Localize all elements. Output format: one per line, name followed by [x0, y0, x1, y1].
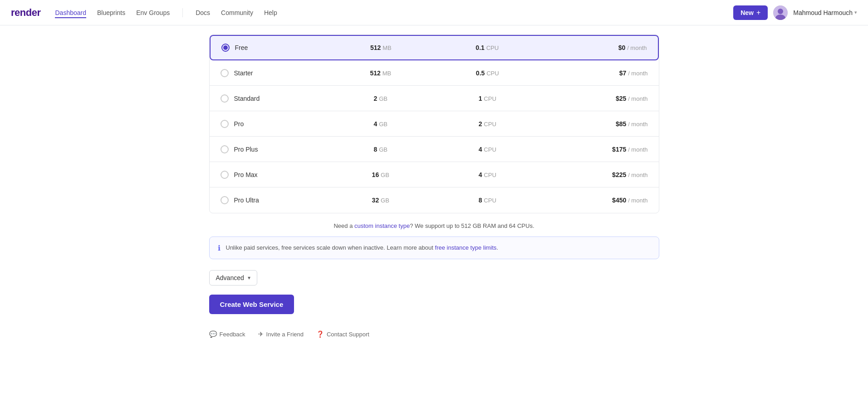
price-pro-max: $225 / month — [541, 171, 648, 178]
cpu-free: 0.1 CPU — [434, 44, 541, 51]
plan-name-free: Free — [221, 44, 328, 52]
plus-icon: + — [756, 9, 760, 17]
info-box: ℹ Unlike paid services, free services sc… — [209, 236, 659, 259]
info-icon: ℹ — [218, 244, 221, 252]
plan-name-starter: Starter — [221, 69, 328, 77]
new-button[interactable]: New + — [733, 5, 768, 20]
info-box-text: Unlike paid services, free services scal… — [226, 243, 498, 252]
plan-name-pro: Pro — [221, 120, 328, 128]
footer-links: 💬 Feedback ✈ Invite a Friend ❓ Contact S… — [209, 330, 659, 338]
plan-name-pro-plus: Pro Plus — [221, 145, 328, 153]
new-button-label: New — [740, 9, 754, 16]
plan-row-pro[interactable]: Pro 4 GB 2 CPU $85 / month — [210, 111, 659, 137]
nav-divider — [182, 8, 183, 17]
nav-env-groups[interactable]: Env Groups — [136, 7, 170, 18]
cpu-pro: 2 CPU — [434, 120, 541, 128]
feedback-icon: 💬 — [209, 330, 217, 338]
support-icon: ❓ — [316, 330, 324, 338]
memory-free: 512 MB — [328, 44, 434, 51]
plan-row-free[interactable]: Free 512 MB 0.1 CPU $0 / month — [210, 35, 659, 60]
support-label: Contact Support — [327, 331, 369, 338]
navbar-right: New + Mahmoud Harmouch ▾ — [733, 5, 857, 20]
radio-pro-ultra[interactable] — [221, 196, 229, 204]
radio-pro-max[interactable] — [221, 171, 229, 179]
price-pro-plus: $175 / month — [541, 146, 648, 153]
cpu-starter: 0.5 CPU — [434, 69, 541, 77]
price-free: $0 / month — [540, 44, 647, 51]
logo: render — [11, 7, 40, 19]
user-name[interactable]: Mahmoud Harmouch ▾ — [793, 9, 857, 16]
cpu-standard: 1 CPU — [434, 95, 541, 102]
free-instance-limits-link[interactable]: free instance type limits — [435, 244, 497, 251]
radio-pro-plus[interactable] — [221, 145, 229, 153]
feedback-link[interactable]: 💬 Feedback — [209, 330, 245, 338]
create-button-label: Create Web Service — [220, 300, 284, 308]
price-starter: $7 / month — [541, 69, 648, 77]
pricing-table: Free 512 MB 0.1 CPU $0 / month Starter 5 — [209, 34, 659, 213]
plan-name-pro-ultra: Pro Ultra — [221, 196, 328, 204]
nav-community[interactable]: Community — [221, 7, 253, 18]
advanced-button[interactable]: Advanced ▾ — [209, 270, 257, 286]
price-pro-ultra: $450 / month — [541, 197, 648, 204]
plan-row-standard[interactable]: Standard 2 GB 1 CPU $25 / month — [210, 86, 659, 111]
nav-dashboard[interactable]: Dashboard — [55, 7, 86, 18]
main-content: Free 512 MB 0.1 CPU $0 / month Starter 5 — [198, 25, 670, 365]
plan-row-pro-plus[interactable]: Pro Plus 8 GB 4 CPU $175 / month — [210, 137, 659, 162]
memory-pro: 4 GB — [327, 120, 434, 128]
chevron-down-icon: ▾ — [854, 10, 857, 15]
nav-help[interactable]: Help — [264, 7, 277, 18]
nav-blueprints[interactable]: Blueprints — [97, 7, 125, 18]
plan-name-pro-max: Pro Max — [221, 171, 328, 179]
radio-pro[interactable] — [221, 120, 229, 128]
custom-instance-link[interactable]: custom instance type — [354, 222, 410, 229]
invite-label: Invite a Friend — [266, 331, 304, 338]
cpu-pro-plus: 4 CPU — [434, 146, 541, 153]
avatar — [773, 5, 788, 20]
memory-pro-max: 16 GB — [327, 171, 434, 178]
radio-standard[interactable] — [221, 94, 229, 103]
navbar-links: Dashboard Blueprints Env Groups Docs Com… — [55, 7, 733, 18]
radio-free[interactable] — [221, 44, 230, 52]
plan-row-starter[interactable]: Starter 512 MB 0.5 CPU $7 / month — [210, 60, 659, 86]
advanced-label: Advanced — [216, 274, 244, 281]
chevron-down-icon: ▾ — [248, 275, 250, 281]
create-web-service-button[interactable]: Create Web Service — [209, 295, 294, 314]
price-standard: $25 / month — [541, 95, 648, 102]
memory-starter: 512 MB — [327, 69, 434, 77]
custom-instance-note: Need a custom instance type? We support … — [209, 222, 659, 229]
user-name-label: Mahmoud Harmouch — [793, 9, 853, 16]
contact-support-link[interactable]: ❓ Contact Support — [316, 330, 369, 338]
memory-pro-ultra: 32 GB — [327, 197, 434, 204]
nav-docs[interactable]: Docs — [196, 7, 210, 18]
cpu-pro-ultra: 8 CPU — [434, 197, 541, 204]
memory-standard: 2 GB — [327, 95, 434, 102]
feedback-label: Feedback — [220, 331, 245, 338]
svg-point-1 — [778, 9, 783, 14]
price-pro: $85 / month — [541, 120, 648, 128]
invite-icon: ✈ — [258, 330, 264, 338]
navbar: render Dashboard Blueprints Env Groups D… — [0, 0, 868, 25]
plan-row-pro-ultra[interactable]: Pro Ultra 32 GB 8 CPU $450 / month — [210, 187, 659, 213]
plan-name-standard: Standard — [221, 94, 328, 103]
invite-friend-link[interactable]: ✈ Invite a Friend — [258, 330, 304, 338]
memory-pro-plus: 8 GB — [327, 146, 434, 153]
radio-starter[interactable] — [221, 69, 229, 77]
cpu-pro-max: 4 CPU — [434, 171, 541, 178]
plan-row-pro-max[interactable]: Pro Max 16 GB 4 CPU $225 / month — [210, 162, 659, 187]
